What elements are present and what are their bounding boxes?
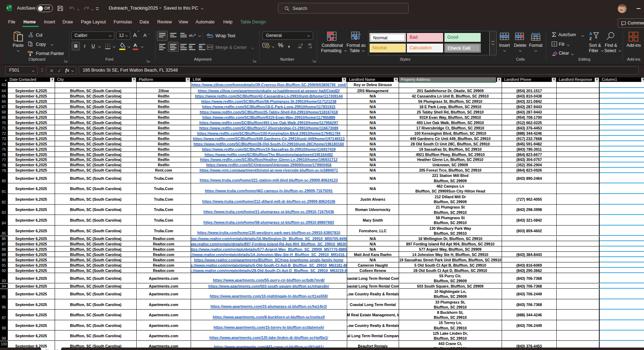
svg-text:→0: →0 [307,46,312,49]
svg-text:ab: ab [189,33,193,37]
svg-text:ab: ab [207,33,210,37]
svg-text:A: A [589,32,592,36]
svg-text:.00: .00 [298,46,302,49]
svg-text:Z: Z [589,37,592,41]
